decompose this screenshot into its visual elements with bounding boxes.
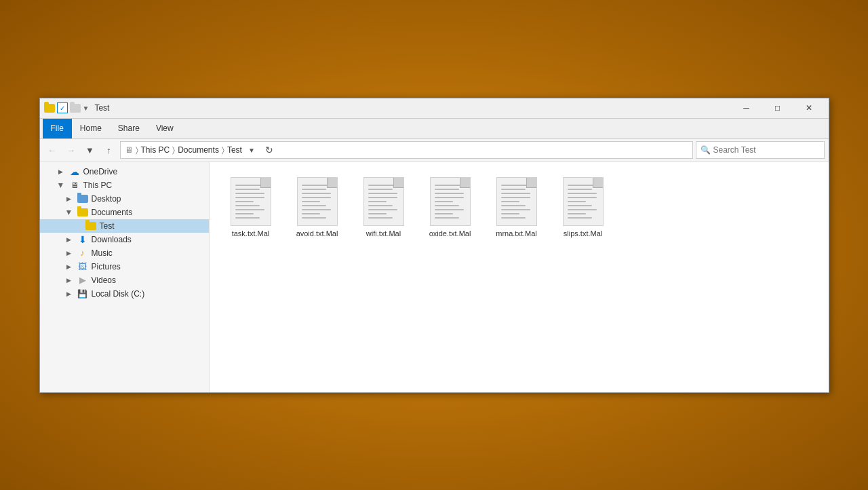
file-item[interactable]: wifi.txt.Mal [353, 173, 414, 242]
minimize-button[interactable]: ─ [731, 98, 762, 118]
sidebar-item-videos[interactable]: ▶ ▶ Videos [40, 274, 209, 287]
sidebar-item-label: Downloads [92, 235, 132, 244]
sidebar-item-documents[interactable]: ▶ Documents [40, 206, 209, 219]
file-item[interactable]: task.txt.Mal [220, 173, 281, 242]
sidebar-item-label: OneDrive [83, 167, 118, 176]
file-name: slips.txt.Mal [564, 229, 602, 238]
desktop-folder-icon [77, 194, 89, 204]
recent-locations-button[interactable]: ▼ [82, 142, 98, 158]
file-icon [363, 177, 404, 226]
file-item[interactable]: slips.txt.Mal [553, 173, 614, 242]
up-button[interactable]: ↑ [101, 142, 117, 158]
computer-icon: 🖥 [68, 181, 81, 190]
chevron-icon: ▶ [66, 208, 73, 217]
menu-home[interactable]: Home [72, 119, 110, 138]
explorer-window: ✓ ▼ Test ─ □ ✕ File Home Share View ← → … [39, 98, 829, 393]
sidebar-item-label: Local Disk (C:) [92, 289, 145, 299]
file-item[interactable]: avoid.txt.Mal [287, 173, 348, 242]
chevron-icon: ▶ [64, 250, 74, 257]
sidebar-item-desktop[interactable]: ▶ Desktop [40, 192, 209, 206]
file-area: task.txt.Malavoid.txt.Malwifi.txt.Maloxi… [210, 162, 829, 392]
file-item[interactable]: mrna.txt.Mal [486, 173, 547, 242]
downloads-icon: ⬇ [77, 235, 89, 244]
sidebar-item-test[interactable]: Test [40, 219, 209, 233]
documents-folder-icon [77, 208, 89, 217]
sidebar-item-onedrive[interactable]: ▶ ☁ OneDrive [40, 165, 209, 178]
pc-icon: 🖥 [125, 145, 133, 155]
search-input[interactable] [713, 145, 820, 155]
back-button[interactable]: ← [44, 142, 60, 158]
file-name: task.txt.Mal [232, 229, 270, 238]
file-icon [563, 177, 604, 226]
file-icon [496, 177, 537, 226]
file-name: oxide.txt.Mal [429, 229, 471, 238]
chevron-icon: ▶ [58, 181, 64, 190]
title-bar: ✓ ▼ Test ─ □ ✕ [40, 98, 829, 119]
sidebar-item-thispc[interactable]: ▶ 🖥 This PC [40, 178, 209, 192]
videos-icon: ▶ [77, 276, 89, 285]
sidebar-item-localdisk[interactable]: ▶ 💾 Local Disk (C:) [40, 287, 209, 301]
chevron-icon: ▶ [64, 195, 74, 202]
menu-bar: File Home Share View [40, 119, 829, 139]
chevron-icon: ▶ [64, 290, 74, 297]
file-icon [297, 177, 338, 226]
close-button[interactable]: ✕ [793, 98, 825, 118]
sidebar-item-label: This PC [83, 181, 113, 190]
sidebar-item-label: Videos [92, 276, 116, 285]
breadcrumb-documents[interactable]: Documents [178, 145, 219, 155]
menu-share[interactable]: Share [110, 119, 148, 138]
file-name: wifi.txt.Mal [366, 229, 401, 238]
window-title: Test [94, 103, 728, 113]
sidebar-item-downloads[interactable]: ▶ ⬇ Downloads [40, 233, 209, 246]
title-arrow: ▼ [83, 105, 90, 112]
sidebar-item-label: Documents [92, 208, 133, 217]
file-icon [231, 177, 271, 226]
menu-view[interactable]: View [148, 119, 182, 138]
search-icon: 🔍 [701, 145, 711, 155]
address-bar[interactable]: 🖥 〉 This PC 〉 Documents 〉 Test ▼ ↻ [120, 141, 693, 159]
sidebar: ▶ ☁ OneDrive ▶ 🖥 This PC ▶ Des [40, 162, 210, 392]
sidebar-item-label: Music [92, 248, 113, 258]
file-icon [430, 177, 471, 226]
title-bar-icons: ✓ ▼ [44, 102, 90, 113]
chevron-icon: ▶ [56, 168, 66, 175]
sidebar-item-pictures[interactable]: ▶ 🖼 Pictures [40, 260, 209, 274]
sidebar-item-music[interactable]: ▶ ♪ Music [40, 246, 209, 260]
sidebar-item-label: Pictures [92, 262, 121, 271]
forward-button[interactable]: → [63, 142, 79, 158]
title-folder-gray-icon [70, 104, 81, 113]
test-folder-icon [85, 221, 97, 231]
sidebar-item-label: Desktop [92, 194, 121, 204]
refresh-button[interactable]: ↻ [261, 141, 277, 159]
breadcrumb-thispc[interactable]: This PC [141, 145, 170, 155]
sidebar-item-label: Test [100, 221, 115, 231]
title-check-icon: ✓ [57, 102, 68, 113]
file-name: avoid.txt.Mal [296, 229, 338, 238]
pictures-icon: 🖼 [77, 262, 89, 271]
disk-icon: 💾 [77, 289, 89, 299]
title-folder-icon [44, 104, 55, 113]
address-dropdown[interactable]: ▼ [245, 141, 258, 159]
search-box[interactable]: 🔍 [696, 141, 825, 159]
chevron-icon: ▶ [64, 277, 74, 284]
file-item[interactable]: oxide.txt.Mal [420, 173, 481, 242]
chevron-icon: ▶ [64, 263, 74, 270]
chevron-icon: ▶ [64, 236, 74, 243]
onedrive-icon: ☁ [68, 167, 81, 176]
main-area: ▶ ☁ OneDrive ▶ 🖥 This PC ▶ Des [40, 162, 829, 392]
file-name: mrna.txt.Mal [496, 229, 537, 238]
breadcrumb-test[interactable]: Test [227, 145, 242, 155]
maximize-button[interactable]: □ [762, 98, 793, 118]
music-icon: ♪ [77, 248, 89, 258]
window-controls: ─ □ ✕ [731, 98, 825, 118]
nav-bar: ← → ▼ ↑ 🖥 〉 This PC 〉 Documents 〉 Test ▼… [40, 139, 829, 162]
menu-file[interactable]: File [43, 119, 72, 138]
